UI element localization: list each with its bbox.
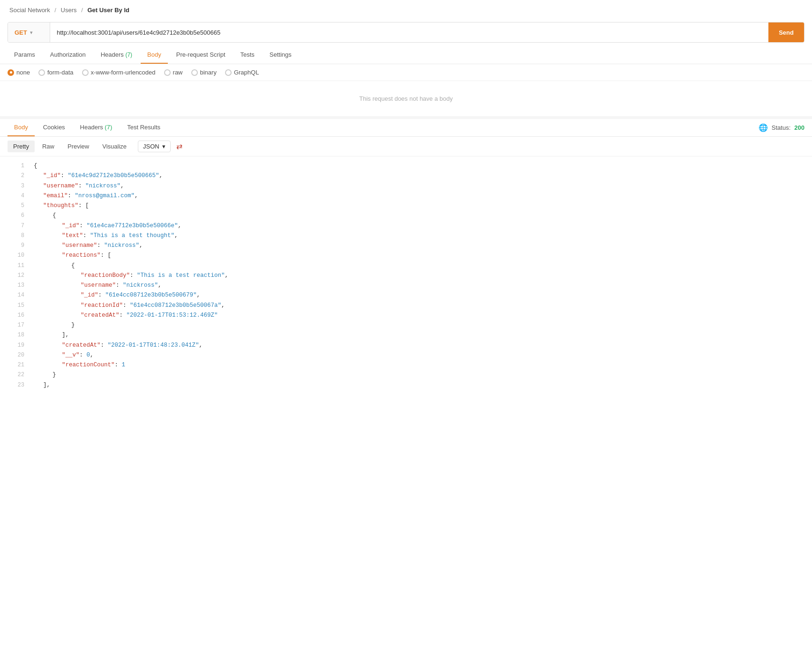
radio-label-urlencoded: x-www-form-urlencoded [91, 69, 156, 76]
json-line: 3 "username": "nickross", [0, 181, 812, 191]
json-line: 12 "reactionBody": "This is a test react… [0, 271, 812, 281]
json-line: 5 "thoughts": [ [0, 201, 812, 211]
json-line: 13 "username": "nickross", [0, 281, 812, 290]
response-section: Body Cookies Headers (7) Test Results 🌐 … [0, 116, 812, 395]
radio-label-none: none [16, 69, 30, 76]
radio-dot-form-data [38, 69, 45, 76]
breadcrumb: Social Network / Users / Get User By Id [0, 0, 812, 18]
json-line: 4 "email": "nross@gmail.com", [0, 191, 812, 201]
json-line: 18 ], [0, 330, 812, 340]
fmt-visualize[interactable]: Visualize [97, 141, 132, 152]
json-line: 19 "createdAt": "2022-01-17T01:48:23.041… [0, 341, 812, 350]
breadcrumb-social-network[interactable]: Social Network [9, 7, 50, 14]
fmt-preview[interactable]: Preview [62, 141, 95, 152]
radio-label-raw: raw [173, 69, 183, 76]
status-code: 200 [794, 124, 804, 131]
format-bar: Pretty Raw Preview Visualize JSON ▾ ⇄ [0, 137, 812, 156]
radio-label-form-data: form-data [47, 69, 74, 76]
json-line: 22 } [0, 370, 812, 380]
tab-headers[interactable]: Headers (7) [94, 46, 139, 64]
status-area: 🌐 Status: 200 [759, 123, 804, 132]
json-line: 7 "_id": "61e4cae7712e3b0b5e50066e", [0, 221, 812, 231]
json-line: 10 "reactions": [ [0, 251, 812, 260]
method-label: GET [15, 29, 27, 36]
status-label: Status: [772, 124, 790, 131]
radio-binary[interactable]: binary [191, 69, 217, 76]
radio-dot-graphql [225, 69, 232, 76]
tab-settings[interactable]: Settings [263, 46, 298, 64]
json-format-label: JSON [143, 143, 159, 150]
tab-pre-request[interactable]: Pre-request Script [170, 46, 232, 64]
chevron-down-icon: ▾ [30, 30, 32, 35]
radio-dot-raw [164, 69, 171, 76]
resp-tab-headers[interactable]: Headers (7) [74, 119, 119, 136]
chevron-down-icon: ▾ [162, 143, 165, 150]
tab-authorization[interactable]: Authorization [44, 46, 92, 64]
radio-dot-none [8, 69, 14, 76]
json-line: 1 { [0, 161, 812, 171]
url-bar: GET ▾ Send [8, 22, 804, 43]
json-viewer: 1 { 2 "_id": "61e4c9d2712e3b0b5e500665",… [0, 156, 812, 395]
breadcrumb-current: Get User By Id [87, 7, 129, 14]
json-line: 15 "reactionId": "61e4cc08712e3b0b5e5006… [0, 301, 812, 311]
json-line: 14 "_id": "61e4cc08712e3b0b5e500679", [0, 290, 812, 300]
url-input[interactable] [50, 29, 768, 36]
json-line: 9 "username": "nickross", [0, 241, 812, 251]
tab-tests[interactable]: Tests [234, 46, 261, 64]
send-button[interactable]: Send [768, 22, 804, 42]
breadcrumb-sep-2: / [81, 7, 84, 14]
radio-label-graphql: GraphQL [234, 69, 259, 76]
resp-tab-cookies[interactable]: Cookies [37, 119, 72, 136]
breadcrumb-sep-1: / [54, 7, 58, 14]
radio-label-binary: binary [200, 69, 217, 76]
breadcrumb-users[interactable]: Users [61, 7, 77, 14]
globe-icon: 🌐 [759, 123, 768, 132]
json-line: 2 "_id": "61e4c9d2712e3b0b5e500665", [0, 171, 812, 181]
json-line: 17 } [0, 320, 812, 330]
fmt-raw[interactable]: Raw [37, 141, 60, 152]
tab-params[interactable]: Params [8, 46, 42, 64]
json-line: 16 "createdAt": "2022-01-17T01:53:12.469… [0, 311, 812, 320]
no-body-message: This request does not have a body [0, 81, 812, 116]
radio-urlencoded[interactable]: x-www-form-urlencoded [82, 69, 156, 76]
json-line: 6 { [0, 211, 812, 221]
json-line: 20 "__v": 0, [0, 350, 812, 360]
radio-form-data[interactable]: form-data [38, 69, 74, 76]
method-selector[interactable]: GET ▾ [8, 22, 50, 42]
fmt-pretty[interactable]: Pretty [8, 141, 35, 152]
resp-tab-test-results[interactable]: Test Results [120, 119, 167, 136]
json-line: 8 "text": "This is a test thought", [0, 231, 812, 241]
radio-graphql[interactable]: GraphQL [225, 69, 259, 76]
body-type-row: none form-data x-www-form-urlencoded raw… [0, 64, 812, 81]
resp-tab-body[interactable]: Body [8, 119, 35, 136]
response-tabs: Body Cookies Headers (7) Test Results 🌐 … [0, 119, 812, 137]
json-format-selector[interactable]: JSON ▾ [138, 141, 171, 152]
request-tabs: Params Authorization Headers (7) Body Pr… [0, 46, 812, 64]
json-line: 11 { [0, 261, 812, 271]
radio-dot-binary [191, 69, 198, 76]
json-line: 23 ], [0, 380, 812, 390]
wrap-icon[interactable]: ⇄ [176, 142, 182, 151]
radio-raw[interactable]: raw [164, 69, 183, 76]
tab-body[interactable]: Body [141, 46, 168, 64]
radio-none[interactable]: none [8, 69, 30, 76]
json-line: 21 "reactionCount": 1 [0, 360, 812, 370]
radio-dot-urlencoded [82, 69, 89, 76]
